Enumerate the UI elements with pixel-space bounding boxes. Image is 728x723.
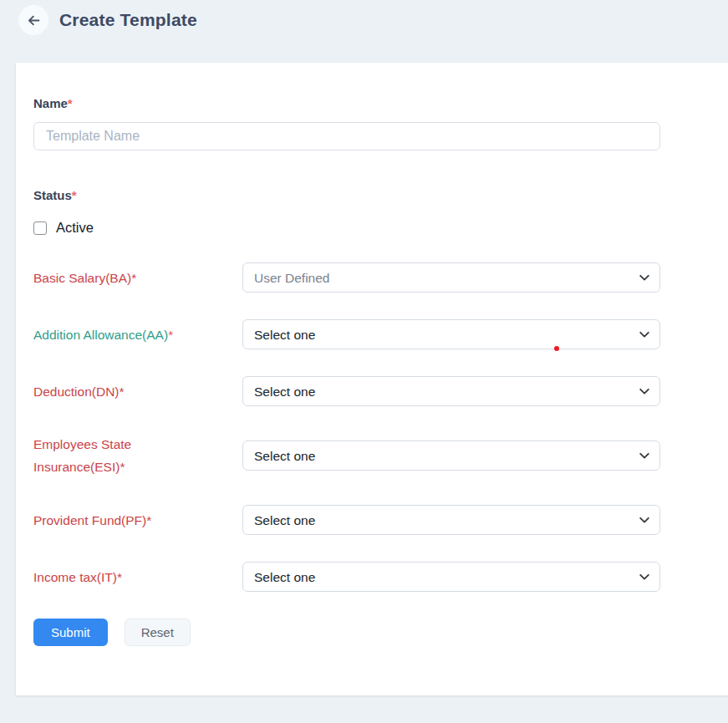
form-row-provident-fund: Provident Fund(PF)* Select one	[33, 505, 660, 535]
income-tax-select-wrap: Select one	[242, 562, 660, 592]
deduction-select[interactable]: Select one	[242, 376, 660, 406]
create-template-form-card: Name* Status* Active Basic Salary(BA)* U…	[16, 63, 728, 695]
form-row-addition-allowance: Addition Allowance(AA)* Select one	[33, 319, 660, 349]
addition-allowance-label: Addition Allowance(AA)*	[33, 323, 242, 346]
required-asterisk: *	[168, 328, 173, 342]
form-row-basic-salary: Basic Salary(BA)* User Defined	[33, 262, 660, 293]
esi-select-wrap: Select one	[242, 440, 660, 471]
deduction-select-wrap: Select one	[242, 376, 660, 406]
page-title: Create Template	[59, 10, 197, 30]
addition-allowance-select-wrap: Select one	[242, 319, 660, 349]
required-asterisk: *	[120, 460, 125, 474]
page-header: Create Template	[0, 0, 728, 40]
form-row-income-tax: Income tax(IT)* Select one	[33, 562, 660, 592]
esi-label: Employees State Insurance(ESI)*	[33, 433, 242, 478]
form-actions: Submit Reset	[33, 619, 660, 646]
status-label: Status*	[33, 188, 660, 202]
form-row-deduction: Deduction(DN)* Select one	[33, 376, 660, 406]
arrow-left-icon	[26, 13, 42, 28]
income-tax-select[interactable]: Select one	[242, 562, 660, 592]
required-asterisk: *	[120, 384, 125, 399]
basic-salary-select-wrap: User Defined	[242, 262, 660, 293]
deduction-label: Deduction(DN)*	[33, 380, 242, 403]
basic-salary-label: Basic Salary(BA)*	[33, 267, 242, 289]
provident-fund-select-wrap: Select one	[242, 505, 660, 535]
active-checkbox-label: Active	[56, 220, 94, 236]
esi-select[interactable]: Select one	[242, 440, 660, 471]
required-asterisk: *	[131, 271, 136, 285]
required-asterisk: *	[68, 96, 73, 110]
income-tax-label: Income tax(IT)*	[33, 566, 242, 588]
provident-fund-label: Provident Fund(PF)*	[33, 509, 242, 532]
name-label: Name*	[33, 96, 660, 110]
active-checkbox[interactable]	[33, 221, 47, 235]
provident-fund-select[interactable]: Select one	[242, 505, 660, 535]
submit-button[interactable]: Submit	[33, 619, 108, 646]
form-row-esi: Employees State Insurance(ESI)* Select o…	[33, 433, 660, 478]
addition-allowance-select[interactable]: Select one	[242, 319, 660, 349]
basic-salary-select[interactable]: User Defined	[242, 262, 660, 293]
template-name-input[interactable]	[33, 122, 660, 150]
back-button[interactable]	[18, 5, 48, 35]
required-asterisk: *	[146, 513, 151, 527]
required-asterisk: *	[72, 188, 77, 202]
reset-button[interactable]: Reset	[125, 619, 191, 646]
required-asterisk: *	[117, 570, 122, 584]
status-checkbox-row: Active	[33, 220, 660, 236]
